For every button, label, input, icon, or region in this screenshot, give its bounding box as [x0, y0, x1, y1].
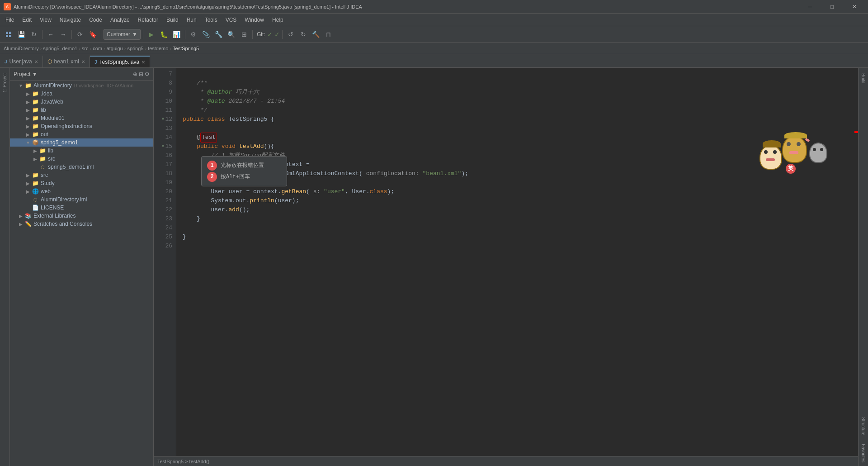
- tree-arrow-alumnidir: ▼: [17, 83, 24, 88]
- git-check2-icon: ✓: [274, 31, 280, 38]
- debug-button[interactable]: 🐛: [158, 29, 170, 40]
- toolbar-btn4[interactable]: 🔍: [226, 29, 237, 40]
- toolbar-bookmark-icon[interactable]: 🔖: [87, 29, 99, 40]
- sync-icon[interactable]: ⊕: [133, 71, 137, 77]
- tab-user-close[interactable]: ✕: [34, 59, 38, 64]
- tab-bean1-close[interactable]: ✕: [81, 59, 85, 64]
- toolbar-btn2[interactable]: 📎: [200, 29, 212, 40]
- tooltip-row2: 2 按Alt+回车: [207, 172, 281, 182]
- toolbar-forward-icon[interactable]: →: [57, 29, 69, 40]
- tree-item-web[interactable]: ▶ 🌐 web: [10, 187, 153, 195]
- run-button[interactable]: ▶: [146, 29, 157, 40]
- tree-item-spring5-lib[interactable]: ▶ 📁 lib: [10, 147, 153, 155]
- method-add: add: [228, 205, 239, 214]
- menu-item-vcs[interactable]: VCS: [222, 15, 241, 24]
- tree-item-spring5demo1[interactable]: ▼ 📦 spring5_demo1: [10, 138, 153, 147]
- toolbar-project-icon[interactable]: [3, 29, 14, 40]
- project-tree: Project ▼ ⊕ ⊟ ⚙ ▼ 📁 AlumniDirectory D:\w…: [10, 68, 154, 466]
- tree-item-scratches[interactable]: ▶ ✏️ Scratches and Consoles: [10, 220, 153, 228]
- customer-dropdown[interactable]: Customer ▼: [104, 29, 141, 40]
- breadcrumb-bottom-path: TestSpring5 > testAdd(): [157, 459, 209, 464]
- menu-item-refactor[interactable]: Refactor: [134, 15, 162, 24]
- menu-item-help[interactable]: Help: [269, 15, 287, 24]
- right-panel-favorites[interactable]: Favorites: [860, 440, 867, 466]
- settings-icon[interactable]: ⚙: [145, 71, 150, 77]
- svg-rect-0: [6, 32, 8, 34]
- tree-item-idea[interactable]: ▶ 📁 .idea: [10, 90, 153, 98]
- toolbar-wrench[interactable]: 🔨: [310, 29, 322, 40]
- tree-path-alumnidir: D:\workspace_IDEA\Alumni: [74, 83, 135, 88]
- menu-item-window[interactable]: Window: [241, 15, 268, 24]
- tree-item-module01[interactable]: ▶ 📁 Module01: [10, 114, 153, 122]
- tree-label-spring5src: src: [48, 156, 55, 162]
- side-panel-project[interactable]: 1: Project: [1, 70, 8, 96]
- minimize-button[interactable]: ─: [800, 0, 820, 14]
- maximize-button[interactable]: □: [822, 0, 842, 14]
- menu-item-code[interactable]: Code: [85, 15, 106, 24]
- toolbar-sync-icon[interactable]: ↻: [28, 29, 40, 40]
- tree-item-alumniml[interactable]: ▶ ⬡ AlumniDirectory.iml: [10, 195, 153, 204]
- right-panel-build[interactable]: Build: [860, 70, 867, 87]
- tree-item-spring5iml[interactable]: ▶ ⬡ spring5_demo1.iml: [10, 163, 153, 171]
- tree-label-spring5lib: lib: [48, 147, 53, 154]
- dropdown-arrow-icon: ▼: [132, 31, 137, 38]
- code-line-15: public void testAdd (){: [183, 142, 854, 151]
- lib-icon: 📁: [32, 107, 39, 113]
- toolbar-redo[interactable]: ↻: [297, 29, 309, 40]
- toolbar-back-icon[interactable]: ←: [45, 29, 57, 40]
- tree-item-lib[interactable]: ▶ 📁 lib: [10, 106, 153, 114]
- tree-item-out[interactable]: ▶ 📁 out: [10, 130, 153, 138]
- toolbar-sep7: [282, 30, 283, 39]
- breadcrumb-testdemo[interactable]: testdemo: [148, 46, 168, 51]
- comment-close: */: [183, 106, 208, 115]
- tree-item-alumnidir[interactable]: ▼ 📁 AlumniDirectory D:\workspace_IDEA\Al…: [10, 81, 153, 90]
- toolbar-btn3[interactable]: 🔧: [213, 29, 225, 40]
- tree-label-out: out: [41, 131, 48, 138]
- menu-item-edit[interactable]: Edit: [19, 15, 35, 24]
- menu-item-run[interactable]: Run: [183, 15, 200, 24]
- menu-item-view[interactable]: View: [36, 15, 55, 24]
- breadcrumb-spring5demo1[interactable]: spring5_demo1: [43, 46, 77, 51]
- collapse-icon[interactable]: ⊟: [139, 71, 143, 77]
- code-content[interactable]: /** * @author 巧月十六 * @date 2021/8/7 - 21…: [176, 68, 854, 456]
- menu-item-file[interactable]: File: [2, 15, 18, 24]
- tooltip-num2: 2: [207, 172, 217, 182]
- right-panel-structure[interactable]: Structure: [860, 414, 867, 439]
- toolbar-save-icon[interactable]: 💾: [15, 29, 27, 40]
- git-label: Git:: [257, 31, 265, 38]
- tree-item-study[interactable]: ▶ 📁 Study: [10, 179, 153, 187]
- menu-item-build[interactable]: Build: [163, 15, 182, 24]
- tab-user-java[interactable]: J User.java ✕: [0, 56, 43, 67]
- comment-author-val: 巧月十六: [232, 88, 259, 97]
- menu-item-tools[interactable]: Tools: [201, 15, 221, 24]
- toolbar-terminal[interactable]: ⊓: [323, 29, 335, 40]
- breadcrumb-testspring5[interactable]: TestSpring5: [173, 46, 199, 51]
- badge-chinese-char: 英: [786, 164, 796, 174]
- toolbar-undo[interactable]: ↺: [285, 29, 297, 40]
- tab-user-label: User.java: [9, 58, 32, 65]
- close-button[interactable]: ✕: [844, 0, 864, 14]
- breadcrumb-src[interactable]: src: [82, 46, 89, 51]
- run-with-coverage-button[interactable]: 📊: [171, 29, 183, 40]
- toolbar-sep4: [143, 30, 143, 39]
- toolbar-btn5[interactable]: ⊞: [238, 29, 250, 40]
- menu-item-navigate[interactable]: Navigate: [56, 15, 85, 24]
- tab-bean1-xml[interactable]: ⬡ bean1.xml ✕: [43, 56, 90, 67]
- tree-item-extlibs[interactable]: ▶ 📚 External Libraries: [10, 212, 153, 220]
- tab-testspring5[interactable]: J TestSpring5.java ✕: [90, 56, 150, 67]
- tree-item-license[interactable]: ▶ 📄 LICENSE: [10, 204, 153, 212]
- breadcrumb-spring5[interactable]: spring5: [127, 46, 143, 51]
- tree-item-javaweb[interactable]: ▶ 📁 JavaWeb: [10, 98, 153, 106]
- menu-item-analyze[interactable]: Analyze: [107, 15, 133, 24]
- breadcrumb-atguigu[interactable]: atguigu: [107, 46, 123, 51]
- code-line-25: }: [183, 233, 854, 242]
- breadcrumb-com[interactable]: com: [93, 46, 102, 51]
- toolbar-btn1[interactable]: ⚙: [188, 29, 199, 40]
- tree-item-spring5-src[interactable]: ▶ 📁 src: [10, 155, 153, 163]
- code-area[interactable]: 7 8 9 10 11 ▼12 13 14 ▼15 16 17 18 19 20…: [154, 68, 858, 456]
- breadcrumb-alumnidir[interactable]: AlumniDirectory: [4, 46, 39, 51]
- tree-item-opins[interactable]: ▶ 📁 OperatingInstructions: [10, 122, 153, 130]
- toolbar-recent-icon[interactable]: ⟳: [74, 29, 86, 40]
- tree-item-src-root[interactable]: ▶ 📁 src: [10, 171, 153, 179]
- tab-testspring5-close[interactable]: ✕: [142, 60, 145, 65]
